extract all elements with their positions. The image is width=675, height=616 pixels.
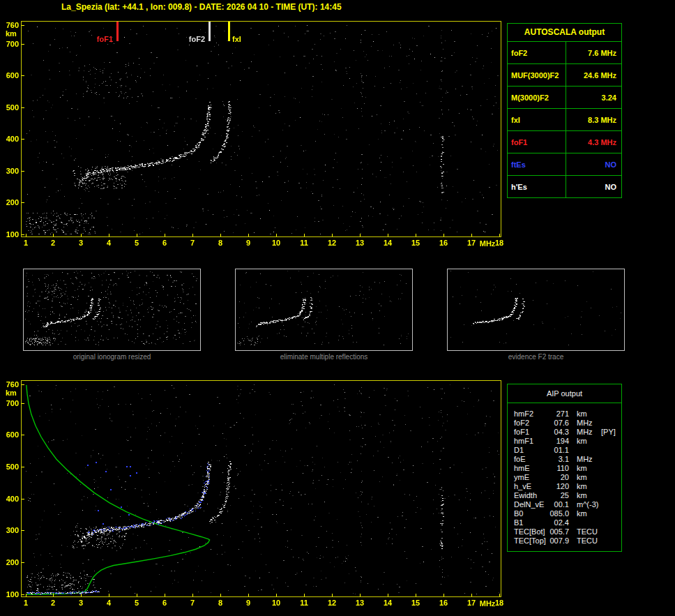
aip-output-panel: AIP output hmF2271km foF207.6MHz foF104.… [507, 384, 622, 552]
autoscala-row-m3000f2: M(3000)F23.24 [508, 87, 621, 109]
autoscala-row-hes: h'EsNO [508, 176, 621, 197]
param-extra [600, 509, 621, 518]
param-name: hmE [508, 464, 547, 473]
aip-row-hmf1: hmF1194km [508, 437, 621, 446]
param-value: NO [566, 176, 621, 197]
param-value: 007.9 [547, 536, 569, 546]
aip-row-d1: D101.1 [508, 446, 621, 455]
aip-header: AIP output [508, 384, 621, 403]
param-value: 02.4 [547, 518, 569, 527]
aip-row-yme: ymE20km [508, 473, 621, 482]
param-unit: km [569, 509, 600, 518]
aip-row-hmf2: hmF2271km [508, 410, 621, 419]
param-extra [600, 464, 621, 473]
autoscala-row-fxi: fxI8.3 MHz [508, 109, 621, 131]
aip-row-fof1: foF104.3MHz[PY] [508, 428, 621, 437]
autoscala-row-muf3000f2: MUF(3000)F224.6 MHz [508, 64, 621, 87]
param-unit [569, 518, 600, 527]
thumbnail-caption-cleaned: eliminate multiple reflections [235, 353, 413, 361]
param-value: 110 [547, 464, 569, 473]
thumbnail-cleaned-ionogram [235, 269, 413, 351]
param-name: D1 [508, 446, 547, 455]
param-unit: MHz [569, 455, 600, 464]
thumbnail-original-canvas [24, 269, 200, 347]
param-value: 01.1 [547, 446, 569, 455]
param-value: 7.6 MHz [566, 42, 621, 63]
ionogram-scatter-plot [0, 15, 506, 258]
param-name: hmF2 [508, 410, 547, 419]
aip-row-ewidth: Ewidth25km [508, 491, 621, 500]
autoscala-header: AUTOSCALA output [508, 24, 621, 42]
aip-row-fof2: foF207.6MHz [508, 419, 621, 428]
param-name: foF2 [508, 419, 547, 428]
autoscala-row-fof1: foF14.3 MHz [508, 131, 621, 153]
param-unit: km [569, 437, 600, 446]
param-label: foF1 [508, 131, 566, 153]
param-unit [569, 446, 600, 455]
param-unit: TECU [569, 527, 600, 536]
autoscala-row-ftes: ftEsNO [508, 153, 621, 176]
param-name: TEC[Bot] [508, 527, 547, 536]
param-extra [600, 527, 621, 536]
param-label: foF2 [508, 42, 566, 63]
thumbnail-original-ionogram [23, 269, 201, 351]
param-name: Ewidth [508, 491, 547, 500]
param-value: 194 [547, 437, 569, 446]
thumbnail-f2-trace [447, 269, 625, 351]
param-value: 04.3 [547, 428, 569, 437]
aip-rows: hmF2271km foF207.6MHz foF104.3MHz[PY] hm… [508, 403, 621, 546]
param-extra [600, 482, 621, 491]
param-value: 120 [547, 482, 569, 491]
param-extra [600, 455, 621, 464]
param-extra [600, 491, 621, 500]
autoscala-output-panel: AUTOSCALA output foF27.6 MHz MUF(3000)F2… [507, 23, 622, 198]
param-unit: m^(-3) [569, 500, 600, 509]
station-title: La_Spezia (lat: +44.1 , lon: 009.8) - DA… [61, 2, 342, 12]
autoscala-row-fof2: foF27.6 MHz [508, 42, 621, 64]
param-unit: TECU [569, 536, 600, 546]
param-value: 3.1 [547, 455, 569, 464]
param-label: h'Es [508, 176, 566, 197]
param-name: foE [508, 455, 547, 464]
param-extra [600, 419, 621, 428]
param-value: 3.24 [566, 87, 621, 108]
param-unit: km [569, 464, 600, 473]
param-name: TEC[Top] [508, 536, 547, 546]
param-value: 085.0 [547, 509, 569, 518]
aip-row-b0: B0085.0km [508, 509, 621, 518]
param-label: fxI [508, 109, 566, 130]
param-value: 25 [547, 491, 569, 500]
param-name: B1 [508, 518, 547, 527]
aip-row-hme: hmE110km [508, 464, 621, 473]
thumbnail-f2-trace-canvas [448, 269, 624, 347]
param-extra [600, 473, 621, 482]
param-value: 005.7 [547, 527, 569, 536]
aip-row-delnve: DelN_vE00.1m^(-3) [508, 500, 621, 509]
param-name: foF1 [508, 428, 547, 437]
param-unit: km [569, 491, 600, 500]
profile-ionogram-plot [0, 377, 506, 616]
aip-row-foe: foE3.1MHz [508, 455, 621, 464]
param-value: 20 [547, 473, 569, 482]
param-value: 24.6 MHz [566, 64, 621, 86]
aip-row-b1: B102.4 [508, 518, 621, 527]
thumbnail-caption-f2trace: evidence F2 trace [447, 353, 625, 361]
param-unit: km [569, 473, 600, 482]
param-extra [600, 446, 621, 455]
param-extra [600, 437, 621, 446]
aip-row-tecbot: TEC[Bot]005.7TECU [508, 527, 621, 536]
param-extra [600, 410, 621, 419]
param-name: DelN_vE [508, 500, 547, 509]
param-extra: [PY] [600, 428, 621, 437]
aip-row-hve: h_vE120km [508, 482, 621, 491]
param-name: h_vE [508, 482, 547, 491]
param-extra [600, 536, 621, 546]
param-value: 07.6 [547, 419, 569, 428]
param-label: M(3000)F2 [508, 87, 566, 108]
param-name: B0 [508, 509, 547, 518]
param-unit: MHz [569, 428, 600, 437]
param-label: MUF(3000)F2 [508, 64, 566, 86]
param-value: NO [566, 153, 621, 175]
param-unit: MHz [569, 419, 600, 428]
param-extra [600, 500, 621, 509]
